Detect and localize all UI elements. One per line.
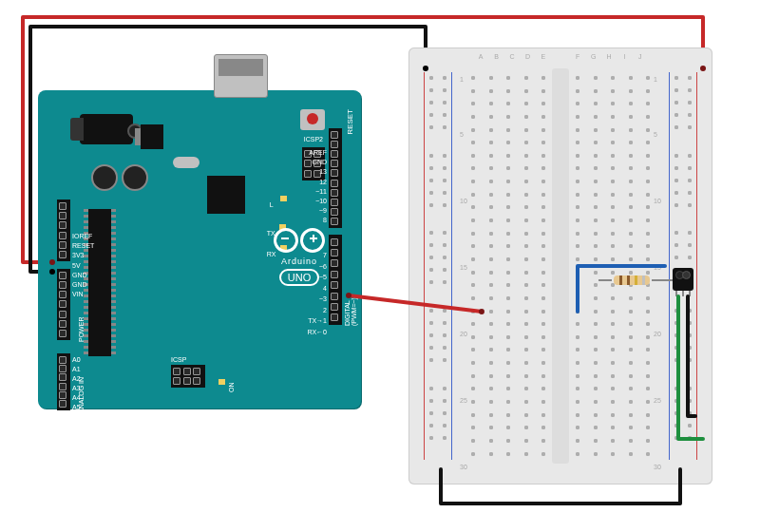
pin-label: A0 xyxy=(72,356,81,363)
row-number: 30 xyxy=(460,464,467,470)
icsp2-label: ICSP2 xyxy=(304,136,323,142)
power-rail-right[interactable] xyxy=(667,65,699,467)
row-number: 1 xyxy=(460,76,464,83)
pin-label: A2 xyxy=(72,375,81,382)
pin-label: ~3 xyxy=(319,295,327,302)
resistor xyxy=(610,276,654,285)
power-group-label: POWER xyxy=(78,317,85,342)
pin-label: GND xyxy=(312,159,327,165)
power-rail-left[interactable] xyxy=(422,65,454,467)
arduino-logo: Arduino UNO xyxy=(252,228,347,286)
pin-label: GND xyxy=(72,272,87,278)
row-number: 20 xyxy=(654,331,661,337)
row-number: 15 xyxy=(654,264,661,271)
row-number: 10 xyxy=(460,198,467,204)
breadboard: ABCDEFGHIJ 115510101515202025253030 xyxy=(408,48,712,484)
reset-button[interactable] xyxy=(300,109,325,130)
pin-label: 7 xyxy=(323,252,327,258)
pin-label: RESET xyxy=(72,242,94,249)
pin-label: 13 xyxy=(319,168,327,175)
row-number: 15 xyxy=(460,264,467,271)
pin-label: ~11 xyxy=(315,188,327,195)
ir-sensor-module xyxy=(673,268,694,291)
voltage-regulator xyxy=(141,124,163,149)
icsp-label: ICSP xyxy=(171,356,186,363)
pin-label: 3V3 xyxy=(72,252,84,258)
crystal-oscillator xyxy=(173,157,200,168)
header-analog[interactable] xyxy=(57,353,70,410)
pin-label: ~10 xyxy=(315,198,327,204)
pin-label: TX→1 xyxy=(308,317,327,324)
reset-label: RESET xyxy=(346,109,354,135)
row-number: 20 xyxy=(460,331,467,337)
barrel-jack xyxy=(80,114,133,144)
row-number: 5 xyxy=(654,131,657,138)
row-number: 25 xyxy=(654,397,661,404)
pin-label: 8 xyxy=(323,217,327,223)
header-ioref-3v3[interactable] xyxy=(57,200,70,261)
capacitor xyxy=(91,164,118,191)
row-number: 25 xyxy=(460,397,467,404)
breadboard-terminal-strips[interactable] xyxy=(467,68,654,464)
row-number: 1 xyxy=(654,76,657,83)
pin-label: 12 xyxy=(319,179,327,185)
row-number: 5 xyxy=(460,131,464,138)
pin-label: AREF xyxy=(309,149,327,156)
atmega16u2 xyxy=(207,176,245,214)
pin-label: RX←0 xyxy=(307,329,327,335)
row-number: 30 xyxy=(654,464,661,470)
model-badge: UNO xyxy=(279,269,319,286)
pin-label: ~5 xyxy=(319,274,327,280)
breadboard-column-labels: ABCDEFGHIJ xyxy=(473,53,648,60)
header-digital-high[interactable] xyxy=(329,128,342,228)
icsp-header[interactable] xyxy=(171,365,205,388)
pin-label: A1 xyxy=(72,366,81,372)
pin-label: GND xyxy=(72,281,87,288)
brand-text: Arduino xyxy=(252,256,347,266)
l-led-block: L xyxy=(270,190,287,211)
pin-label: 2 xyxy=(323,307,327,314)
wiring-diagram: RESET POWER ANALOG IN DIGITAL (PWM=~) IC… xyxy=(0,0,760,532)
pin-label: 4 xyxy=(323,285,327,292)
pin-label: ~6 xyxy=(319,263,327,270)
row-number: 10 xyxy=(654,198,661,204)
pin-label: 5V xyxy=(72,262,81,269)
digital-group-label: DIGITAL (PWM=~) xyxy=(344,297,357,326)
atmega328p xyxy=(88,209,111,356)
pin-label: ~9 xyxy=(319,207,327,214)
pin-label: A4 xyxy=(72,394,81,401)
capacitor xyxy=(122,164,148,191)
header-power[interactable] xyxy=(57,269,70,340)
pin-label: A3 xyxy=(72,385,81,391)
arduino-uno: RESET POWER ANALOG IN DIGITAL (PWM=~) IC… xyxy=(38,90,361,408)
l-led-label: L xyxy=(270,201,274,208)
pin-label: A5 xyxy=(72,404,81,410)
on-led-label: ON xyxy=(228,383,235,393)
pin-label: IOREF xyxy=(72,233,92,239)
pin-label: VIN xyxy=(72,291,84,297)
usb-port xyxy=(214,54,268,98)
